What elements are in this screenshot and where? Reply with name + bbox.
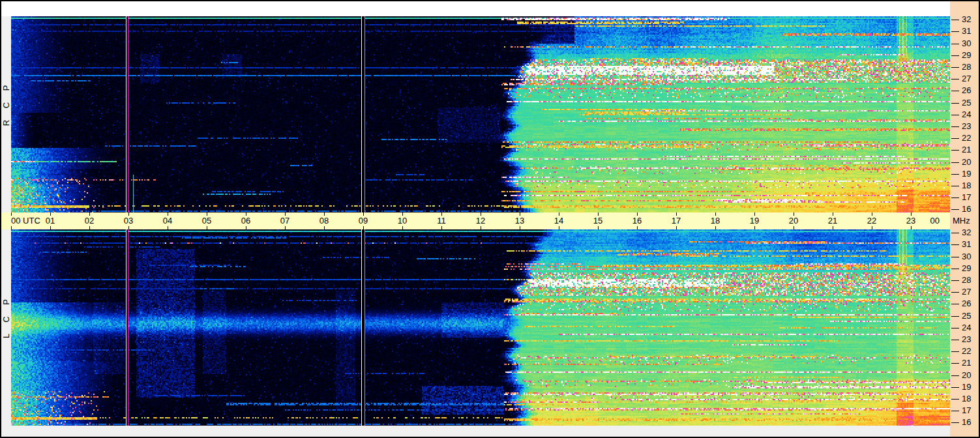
- hour-label: 08: [312, 216, 336, 226]
- freq-tick: [951, 20, 959, 20]
- freq-tick: [951, 126, 959, 127]
- hour-label: 04: [156, 216, 179, 226]
- freq-tick: [951, 162, 959, 163]
- title-bar: AJ4CO Observatory 26 Oct 2023 - DPS on T…: [1, 1, 950, 16]
- hour-tick: [520, 226, 520, 229]
- hour-tick: [285, 226, 286, 229]
- hour-tick: [833, 226, 833, 229]
- hour-label: 01: [38, 216, 62, 226]
- freq-tick: [951, 115, 959, 115]
- hour-label: 05: [195, 216, 218, 226]
- freq-label: 29: [962, 50, 977, 61]
- hour-tick: [168, 226, 168, 229]
- freq-tick: [951, 138, 959, 139]
- freq-label: 25: [962, 98, 977, 108]
- time-axis-start-label: 00 UTC: [11, 216, 40, 226]
- hour-tick: [598, 226, 599, 229]
- hour-tick: [324, 226, 325, 229]
- freq-label: 23: [962, 334, 977, 345]
- hour-label: 14: [547, 216, 571, 226]
- freq-tick: [951, 44, 959, 44]
- freq-label: 19: [962, 382, 977, 392]
- hour-label: 10: [391, 216, 414, 226]
- lcp-spectrogram: [11, 229, 950, 426]
- time-axis: 00 UTC 00 010203040506070809101112131415…: [1, 212, 950, 229]
- freq-label: 25: [962, 311, 977, 321]
- freq-tick: [951, 387, 959, 388]
- freq-label: 27: [962, 74, 977, 84]
- freq-label: 21: [962, 358, 977, 368]
- freq-label: 17: [962, 192, 977, 203]
- freq-label: 18: [962, 394, 977, 404]
- freq-label: 22: [962, 346, 977, 357]
- hour-tick: [50, 226, 51, 229]
- hour-label: 11: [430, 216, 453, 226]
- freq-tick: [951, 375, 959, 376]
- freq-label: 30: [962, 252, 977, 262]
- hour-tick: [559, 226, 559, 229]
- hour-label: 12: [469, 216, 492, 226]
- hour-tick: [637, 226, 638, 229]
- freq-label: 30: [962, 38, 977, 49]
- freq-label: 17: [962, 405, 977, 416]
- freq-label: 28: [962, 275, 977, 285]
- freq-tick: [951, 328, 959, 328]
- freq-tick: [951, 316, 959, 317]
- freq-label: 23: [962, 121, 977, 132]
- freq-label: 31: [962, 26, 977, 36]
- freq-tick: [951, 55, 959, 56]
- freq-tick: [951, 411, 959, 411]
- freq-tick: [951, 186, 959, 186]
- frequency-scale: MHz 323130292827262524232221201918171632…: [950, 1, 979, 437]
- hour-tick: [11, 226, 12, 229]
- rcp-axis-label: R C P: [1, 16, 11, 212]
- freq-tick: [951, 174, 959, 175]
- freq-label: 16: [962, 204, 977, 214]
- rcp-spectrogram: [11, 16, 950, 212]
- freq-tick: [951, 304, 959, 304]
- freq-label: 18: [962, 181, 977, 191]
- hour-tick: [715, 226, 716, 229]
- hour-label: 23: [899, 216, 923, 226]
- hour-tick: [246, 226, 246, 229]
- freq-tick: [951, 292, 959, 293]
- hour-tick: [911, 226, 912, 229]
- hour-tick: [754, 226, 755, 229]
- hour-label: 18: [704, 216, 727, 226]
- freq-label: 26: [962, 85, 977, 96]
- hour-label: 02: [78, 216, 101, 226]
- freq-label: 24: [962, 110, 977, 120]
- hour-label: 03: [117, 216, 140, 226]
- hour-label: 09: [351, 216, 375, 226]
- hour-tick: [128, 226, 129, 229]
- hour-label: 17: [664, 216, 688, 226]
- freq-label: 28: [962, 62, 977, 72]
- freq-label: 31: [962, 239, 977, 250]
- lcp-axis-label: L C P: [1, 229, 11, 426]
- freq-tick: [951, 103, 959, 104]
- freq-label: 16: [962, 417, 977, 428]
- freq-tick: [951, 351, 959, 352]
- freq-label: 26: [962, 299, 977, 309]
- freq-tick: [951, 31, 959, 32]
- freq-tick: [951, 150, 959, 151]
- hour-label: 21: [821, 216, 844, 226]
- hour-label: 22: [860, 216, 883, 226]
- rcp-axis-label-text: R C P: [1, 81, 11, 126]
- freq-tick: [951, 197, 959, 198]
- hour-label: 15: [586, 216, 610, 226]
- hour-tick: [794, 226, 794, 229]
- freq-tick: [951, 257, 959, 257]
- hour-tick: [89, 226, 90, 229]
- hour-label: 16: [625, 216, 649, 226]
- freq-label: 32: [962, 227, 977, 238]
- freq-tick: [951, 340, 959, 340]
- freq-label: 27: [962, 287, 977, 297]
- freq-tick: [951, 399, 959, 400]
- freq-tick: [951, 209, 959, 210]
- freq-tick: [951, 91, 959, 91]
- hour-tick: [207, 226, 207, 229]
- freq-tick: [951, 233, 959, 233]
- hour-tick: [363, 226, 364, 229]
- hour-label: 13: [508, 216, 531, 226]
